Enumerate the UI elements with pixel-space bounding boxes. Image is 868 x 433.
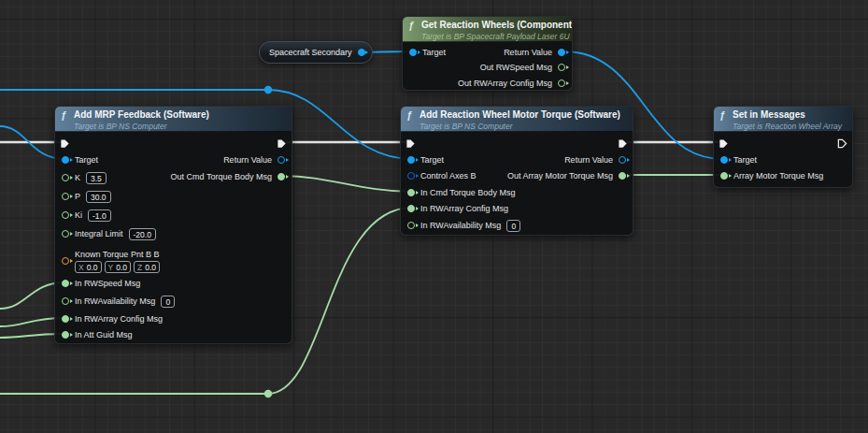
pin-row-ki: Ki -1.0 [55,207,292,224]
node-title: Set in Messages [733,109,805,120]
pin-row-exec-out [401,135,633,152]
exec-output-pin[interactable] [837,138,847,149]
out-rwarray-config-output-pin[interactable] [558,79,565,87]
node-title: Add Reaction Wheel Motor Torque (Softwar… [420,109,620,120]
reroute-node-green[interactable] [264,390,272,397]
function-icon: ƒ [406,109,415,121]
integral-limit-input-pin[interactable] [62,230,69,238]
blueprint-graph-canvas[interactable]: Spacecraft Secondary ƒ Get Reaction Whee… [0,0,868,433]
pin-row-in-rwavailability: In RWAvailability Msg 0 [55,293,292,310]
vector-z-field[interactable]: Z0.0 [134,261,160,273]
node-add-rw-motor-torque[interactable]: ƒ Add Reaction Wheel Motor Torque (Softw… [400,106,633,236]
in-rwavailability-input-pin[interactable] [407,222,415,229]
vector-x-field[interactable]: X0.0 [75,261,102,273]
in-cmd-torque-input-pin[interactable] [407,189,415,196]
function-icon: ƒ [719,109,728,121]
node-header[interactable]: ƒ Add Reaction Wheel Motor Torque (Softw… [401,107,633,132]
pin-row-out-rwarray-config: Out RWArray Config Msg [403,75,572,92]
node-title: Get Reaction Wheels (Component) [421,20,572,30]
node-header[interactable]: ƒ Add MRP Feedback (Software) Target is … [55,107,292,132]
in-rwarray-config-input-pin[interactable] [407,205,415,212]
pin-row-exec-out [55,135,292,152]
vector-y-field[interactable]: Y0.0 [105,261,132,273]
array-motor-torque-input-pin[interactable] [720,172,728,180]
ki-value-field[interactable]: -1.0 [88,209,111,222]
in-rwarray-config-input-pin[interactable] [62,315,69,323]
in-rwavailability-value-field[interactable]: 0 [161,296,175,308]
node-subtitle: Target is BP NS Computer [406,122,626,131]
pin-row-in-att-guid: In Att Guid Msg [55,326,292,343]
node-subtitle: Target is BP Spacecraft Payload Laser 6U [408,32,565,41]
pin-row-k: K 3.5 [55,169,292,186]
p-input-pin[interactable] [62,193,69,200]
out-array-motor-torque-output-pin[interactable] [619,172,626,180]
node-set-in-messages[interactable]: ƒ Set in Messages Target is Reaction Whe… [713,106,853,188]
ki-input-pin[interactable] [62,211,69,219]
pin-row-exec-out [714,135,852,152]
node-subtitle: Target is BP NS Computer [61,122,285,131]
in-att-guid-input-pin[interactable] [62,331,69,339]
pin-row-integral-limit: Integral Limit -20.0 [55,225,292,242]
exec-output-pin[interactable] [277,138,287,149]
k-input-pin[interactable] [62,174,69,181]
reroute-node-blue[interactable] [264,86,272,94]
variable-output-pin[interactable] [358,49,365,56]
pin-row-target: Target [714,152,852,168]
in-rwavailability-input-pin[interactable] [62,297,69,305]
message-wire-cmd-torque[interactable] [283,176,412,192]
out-rwspeed-output-pin[interactable] [558,64,565,71]
return-value-output-pin[interactable] [277,156,285,164]
pin-row-p: P 30.0 [55,188,292,205]
node-title: Add MRP Feedback (Software) [74,109,209,120]
known-torque-input-pin[interactable] [62,257,69,265]
node-subtitle: Target is Reaction Wheel Array [719,122,846,131]
pin-row-in-cmd-torque: In Cmd Torque Body Msg [401,184,633,201]
pin-row-known-torque: Known Torque Pnt B B X0.0 Y0.0 Z0.0 [55,249,292,273]
return-value-output-pin[interactable] [619,156,626,164]
pin-row-in-rwarray-config: In RWArray Config Msg [401,200,633,217]
pin-row-out-array-motor-torque: Out Array Motor Torque Msg [401,167,633,184]
pin-row-out-rwspeed: Out RWSpeed Msg [403,59,572,76]
pin-row-array-motor-torque: Array Motor Torque Msg [714,167,852,184]
target-input-pin[interactable] [720,156,728,164]
node-add-mrp-feedback[interactable]: ƒ Add MRP Feedback (Software) Target is … [54,106,292,344]
pin-row-in-rwarray-config: In RWArray Config Msg [55,310,292,327]
exec-output-pin[interactable] [618,138,628,149]
return-value-output-pin[interactable] [558,49,565,56]
integral-limit-value-field[interactable]: -20.0 [129,228,156,240]
node-header[interactable]: ƒ Get Reaction Wheels (Component) Target… [403,17,572,42]
k-value-field[interactable]: 3.5 [86,172,107,184]
in-rwspeed-input-pin[interactable] [62,280,69,287]
variable-label: Spacecraft Secondary [269,48,352,57]
pin-row-return-value: Return Value [401,152,633,168]
pin-row-in-rwspeed: In RWSpeed Msg [55,275,292,292]
in-rwavailability-value-field[interactable]: 0 [506,220,520,232]
function-icon: ƒ [61,109,69,121]
function-icon: ƒ [408,20,417,31]
node-header[interactable]: ƒ Set in Messages Target is Reaction Whe… [714,107,852,132]
variable-node-spacecraft-secondary[interactable]: Spacecraft Secondary [259,41,373,64]
p-value-field[interactable]: 30.0 [86,191,111,203]
pin-row-return-value: Return Value [55,152,292,168]
node-get-reaction-wheels[interactable]: ƒ Get Reaction Wheels (Component) Target… [402,16,573,91]
pin-row-in-rwavailability: In RWAvailability Msg 0 [401,217,633,234]
